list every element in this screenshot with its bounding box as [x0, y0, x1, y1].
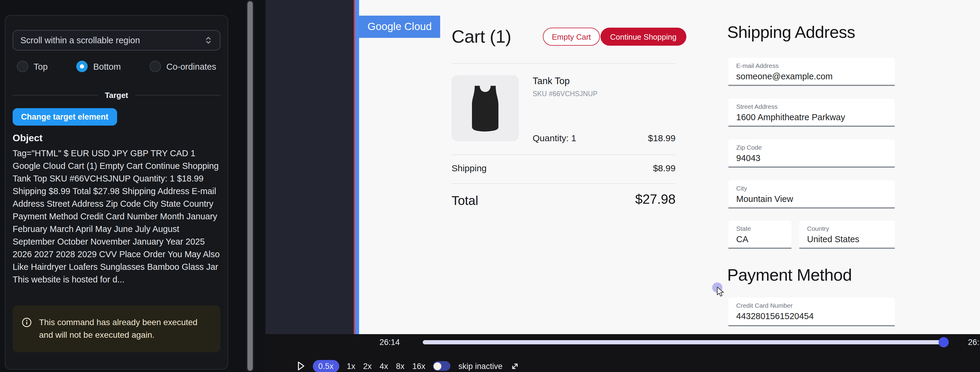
action-select-value: Scroll within a scrollable region	[21, 35, 140, 45]
cart-header-divider	[452, 63, 676, 64]
target-section-divider: Target	[13, 91, 220, 100]
credit-card-number-label: Credit Card Number	[736, 302, 887, 309]
target-section-label: Target	[105, 91, 128, 100]
speed-0-5x-button[interactable]: 0.5x	[313, 360, 339, 372]
divider-line	[13, 95, 97, 96]
street-address-label: Street Address	[736, 103, 887, 110]
radio-top[interactable]: Top	[17, 61, 48, 72]
page-viewport: Google Cloud Cart (1) Empty Cart Continu…	[354, 0, 980, 337]
city-field[interactable]: City Mountain View	[729, 180, 895, 209]
radio-bottom-circle[interactable]	[76, 61, 88, 72]
street-address-field[interactable]: Street Address 1600 Amphitheatre Parkway	[729, 99, 895, 127]
state-field-value: CA	[736, 235, 784, 244]
object-text: Tag="HTML" $ EUR USD JPY GBP TRY CAD 1 G…	[13, 147, 220, 286]
credit-card-number-field[interactable]: Credit Card Number 4432801561520454	[729, 297, 895, 326]
state-field-label: State	[736, 225, 784, 232]
select-chevrons-icon	[204, 35, 213, 45]
product-quantity: Quantity: 1	[533, 133, 576, 143]
email-field[interactable]: E-mail Address someone@example.com	[729, 58, 895, 86]
sidebar-scrollbar-thumb[interactable]	[247, 1, 253, 371]
credit-card-number-value: 4432801561520454	[736, 311, 887, 321]
cart-title: Cart (1)	[452, 26, 511, 47]
info-icon	[22, 318, 32, 328]
shipping-total-divider	[452, 183, 676, 184]
zip-code-field[interactable]: Zip Code 94043	[729, 139, 895, 168]
continue-shopping-button[interactable]: Continue Shopping	[600, 28, 686, 46]
current-time: 26:14	[380, 338, 400, 347]
product-name: Tank Top	[533, 76, 570, 86]
playback-controls: 0.5x 1x 2x 4x 8x 16x skip inactive	[297, 361, 519, 371]
replay-app: Scroll within a scrollable region Top Bo…	[0, 0, 980, 372]
expand-fullscreen-icon[interactable]	[511, 361, 519, 370]
timeline-track[interactable]	[423, 340, 946, 344]
product-price: $18.99	[616, 133, 676, 143]
radio-coordinates-circle[interactable]	[150, 61, 161, 72]
change-target-element-button[interactable]: Change target element	[13, 108, 117, 126]
timeline-thumb[interactable]	[939, 337, 949, 347]
action-select[interactable]: Scroll within a scrollable region	[13, 30, 220, 51]
product-sku: SKU #66VCHSJNUP	[533, 90, 598, 97]
object-heading: Object	[13, 133, 220, 144]
tank-top-product-image	[452, 75, 519, 141]
shipping-cost-label: Shipping	[452, 163, 487, 173]
shipping-address-heading: Shipping Address	[727, 23, 855, 42]
skip-inactive-label: skip inactive	[458, 361, 503, 370]
speed-16x-button[interactable]: 16x	[412, 361, 425, 370]
tank-top-graphic	[462, 81, 508, 135]
mouse-cursor-icon	[716, 287, 725, 299]
skip-inactive-toggle[interactable]	[433, 361, 451, 371]
shipping-cost-value: $8.99	[616, 163, 676, 173]
zip-code-label: Zip Code	[736, 144, 887, 151]
speed-2x-button[interactable]: 2x	[363, 361, 372, 370]
empty-cart-button[interactable]: Empty Cart	[543, 28, 600, 46]
divider-line	[135, 95, 220, 96]
country-field-label: Country	[807, 225, 887, 232]
email-field-value: someone@example.com	[736, 72, 887, 81]
radio-top-label: Top	[33, 62, 48, 71]
speed-1x-button[interactable]: 1x	[347, 361, 355, 370]
city-field-value: Mountain View	[736, 194, 887, 204]
speed-4x-button[interactable]: 4x	[380, 361, 388, 370]
country-field[interactable]: Country United States	[799, 220, 895, 249]
radio-coordinates[interactable]: Co-ordinates	[150, 61, 216, 72]
sidebar-scrollbar[interactable]	[246, 0, 254, 372]
scroll-region-highlight	[355, 0, 359, 335]
country-field-value: United States	[807, 235, 887, 244]
radio-bottom[interactable]: Bottom	[76, 61, 121, 72]
payment-method-heading: Payment Method	[727, 266, 852, 285]
city-field-label: City	[736, 185, 887, 192]
end-time: 26:1	[968, 338, 980, 347]
command-panel: Scroll within a scrollable region Top Bo…	[5, 15, 228, 370]
cart-total-value: $27.98	[592, 192, 676, 208]
zip-code-value: 94043	[736, 153, 887, 163]
state-field[interactable]: State CA	[729, 220, 791, 249]
radio-top-circle[interactable]	[17, 61, 28, 72]
command-sidebar: Scroll within a scrollable region Top Bo…	[0, 0, 266, 372]
email-field-label: E-mail Address	[736, 62, 887, 69]
speed-8x-button[interactable]: 8x	[396, 361, 405, 370]
street-address-value: 1600 Amphitheatre Parkway	[736, 112, 887, 122]
notice-text: This command has already been executed a…	[39, 316, 212, 342]
browser-chrome-gutter	[266, 0, 354, 334]
command-executed-notice: This command has already been executed a…	[13, 306, 220, 353]
cart-item-divider	[452, 155, 676, 155]
radio-bottom-label: Bottom	[93, 62, 121, 71]
radio-coordinates-label: Co-ordinates	[166, 62, 216, 71]
scroll-position-radio-group: Top Bottom Co-ordinates	[13, 61, 220, 72]
play-button[interactable]	[297, 361, 305, 371]
brand-badge[interactable]: Google Cloud	[359, 16, 440, 38]
cart-total-label: Total	[452, 193, 478, 208]
toggle-knob[interactable]	[434, 362, 442, 370]
